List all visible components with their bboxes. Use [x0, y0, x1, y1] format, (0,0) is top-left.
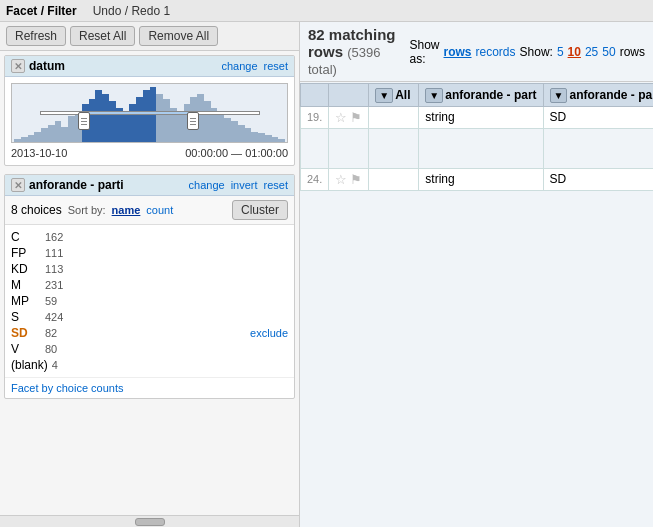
anforande-facet-actions: change invert reset	[189, 179, 288, 191]
anf-list-item[interactable]: SD 82 exclude	[11, 325, 288, 341]
row-col-all	[369, 107, 419, 129]
slider-handle-left[interactable]	[78, 112, 90, 130]
left-scrollbar[interactable]	[0, 515, 299, 527]
slider-handle-right[interactable]	[187, 112, 199, 130]
col-header-actions	[329, 84, 369, 107]
data-table: ▼ All ▼ anforande - part	[300, 82, 653, 191]
anforande-facet-header: ✕ anforande - parti change invert reset	[5, 175, 294, 196]
anforande-invert-link[interactable]: invert	[231, 179, 258, 191]
anf-list-item[interactable]: C 162 exclude	[11, 229, 288, 245]
show-10[interactable]: 10	[568, 45, 581, 59]
party-name: KD	[11, 262, 41, 276]
choices-count: 8 choices	[11, 203, 62, 217]
row-num: 24.	[301, 169, 329, 191]
anforande-facet: ✕ anforande - parti change invert reset …	[4, 174, 295, 399]
row-col-party: SD	[543, 107, 653, 129]
row-col-type: string	[419, 107, 543, 129]
main-layout: Refresh Reset All Remove All ✕ datum cha…	[0, 22, 653, 527]
anf-list-item[interactable]: (blank) 4 exclude	[11, 357, 288, 373]
col-anf1-dropdown[interactable]: ▼	[425, 88, 443, 103]
sort-count-link[interactable]: count	[146, 204, 173, 216]
sort-by-label: Sort by:	[68, 204, 106, 216]
anforande-change-link[interactable]: change	[189, 179, 225, 191]
show-25[interactable]: 25	[585, 45, 598, 59]
datum-facet-header: ✕ datum change reset	[5, 56, 294, 77]
datum-change-link[interactable]: change	[221, 60, 257, 72]
anforande-close-icon[interactable]: ✕	[11, 178, 25, 192]
party-count: 424	[45, 311, 63, 323]
party-count: 162	[45, 231, 63, 243]
row-col-type: string	[419, 169, 543, 191]
data-table-container[interactable]: ▼ All ▼ anforande - part	[300, 82, 653, 527]
show-rows-link[interactable]: rows	[444, 45, 472, 59]
col-anf2-dropdown[interactable]: ▼	[550, 88, 568, 103]
col-all-dropdown[interactable]: ▼	[375, 88, 393, 103]
anf-list-item[interactable]: M 231 exclude	[11, 277, 288, 293]
datum-range: 2013-10-10 00:00:00 — 01:00:00	[11, 147, 288, 159]
slider-selected-range	[84, 112, 193, 114]
refresh-button[interactable]: Refresh	[6, 26, 66, 46]
party-count: 59	[45, 295, 57, 307]
facet-by-choice-link[interactable]: Facet by choice counts	[5, 377, 294, 398]
datum-facet: ✕ datum change reset	[4, 55, 295, 166]
table-row: 24. ☆ ⚑ string SD 2013/14	[301, 169, 654, 191]
remove-all-button[interactable]: Remove All	[139, 26, 218, 46]
cluster-button[interactable]: Cluster	[232, 200, 288, 220]
slider-container	[40, 111, 260, 115]
party-name: C	[11, 230, 41, 244]
party-count: 231	[45, 279, 63, 291]
star-button[interactable]: ☆	[335, 110, 347, 125]
show-50[interactable]: 50	[602, 45, 615, 59]
rows-label: rows	[620, 45, 645, 59]
col-header-all[interactable]: ▼ All	[369, 84, 419, 107]
reset-all-button[interactable]: Reset All	[70, 26, 135, 46]
party-count: 113	[45, 263, 63, 275]
party-name: M	[11, 278, 41, 292]
panel-title: Facet / Filter	[6, 4, 77, 18]
anf-list-item[interactable]: FP 111 exclude	[11, 245, 288, 261]
left-panel: Refresh Reset All Remove All ✕ datum cha…	[0, 22, 300, 527]
sort-name-link[interactable]: name	[112, 204, 141, 216]
matching-count: 82 matching rows (5396 total)	[308, 26, 396, 77]
scrollbar-thumb[interactable]	[135, 518, 165, 526]
datum-reset-link[interactable]: reset	[264, 60, 288, 72]
col-header-anf1[interactable]: ▼ anforande - part	[419, 84, 543, 107]
party-name: MP	[11, 294, 41, 308]
row-col-party: SD	[543, 169, 653, 191]
anf-list-item[interactable]: KD 113 exclude	[11, 261, 288, 277]
datum-title-text: datum	[29, 59, 65, 73]
anf-list-item[interactable]: MP 59 exclude	[11, 293, 288, 309]
datum-close-icon[interactable]: ✕	[11, 59, 25, 73]
show-5[interactable]: 5	[557, 45, 564, 59]
col-header-rownum	[301, 84, 329, 107]
show-as-label: Show as:	[409, 38, 439, 66]
col-header-anf2[interactable]: ▼ anforande - part	[543, 84, 653, 107]
datum-facet-title: ✕ datum	[11, 59, 65, 73]
anforande-subheader: 8 choices Sort by: name count Cluster	[5, 196, 294, 225]
slider-overlay	[12, 84, 287, 142]
anf-list-item[interactable]: S 424 exclude	[11, 309, 288, 325]
exclude-link[interactable]: exclude	[250, 327, 288, 339]
anf-list-item[interactable]: V 80 exclude	[11, 341, 288, 357]
party-count: 4	[52, 359, 58, 371]
star-button[interactable]: ☆	[335, 172, 347, 187]
anforande-reset-link[interactable]: reset	[264, 179, 288, 191]
row-actions: ☆ ⚑	[329, 169, 369, 191]
row-actions: ☆ ⚑	[329, 107, 369, 129]
histogram[interactable]	[11, 83, 288, 143]
flag-button[interactable]: ⚑	[350, 172, 362, 187]
table-row	[301, 129, 654, 169]
col-all-label: All	[395, 88, 410, 102]
undo-redo-label[interactable]: Undo / Redo 1	[93, 4, 170, 18]
show-label: Show:	[520, 45, 553, 59]
table-header-row: ▼ All ▼ anforande - part	[301, 84, 654, 107]
show-records-link[interactable]: records	[476, 45, 516, 59]
col-anf2-label: anforande - part	[569, 88, 653, 102]
right-panel: 82 matching rows (5396 total) Show as: r…	[300, 22, 653, 527]
party-count: 80	[45, 343, 57, 355]
anforande-list: C 162 exclude FP 111 exclude KD 113 excl…	[5, 225, 294, 377]
anforande-facet-title: ✕ anforande - parti	[11, 178, 124, 192]
party-name: SD	[11, 326, 41, 340]
flag-button[interactable]: ⚑	[350, 110, 362, 125]
datum-range-start: 2013-10-10	[11, 147, 67, 159]
